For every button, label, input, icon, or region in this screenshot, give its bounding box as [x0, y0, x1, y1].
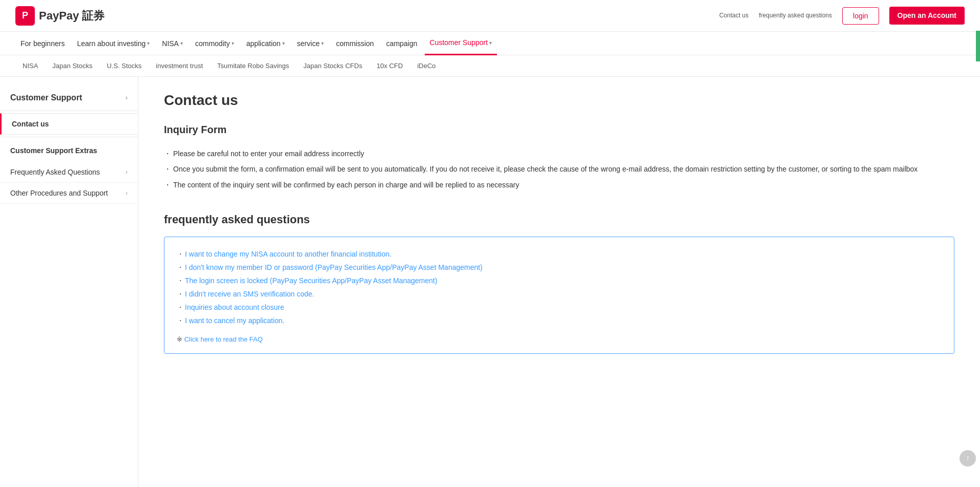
arrow-right-icon-faq: ›	[126, 168, 128, 176]
chevron-down-icon: ▾	[282, 40, 285, 46]
nav-label-customer-support: Customer Support	[430, 38, 488, 47]
bullet-item-1: Please be careful not to enter your emai…	[164, 146, 954, 161]
chevron-down-icon: ▾	[180, 40, 183, 46]
chevron-down-icon: ▾	[321, 40, 324, 46]
faq-item-1: I want to change my NISA account to anot…	[177, 247, 942, 261]
faq-item-3: The login screen is locked (PayPay Secur…	[177, 274, 942, 287]
sidebar-item-faq[interactable]: Frequently Asked Questions ›	[0, 162, 138, 183]
inquiry-bullet-list: Please be careful not to enter your emai…	[164, 146, 954, 193]
nav-label-commodity: commodity	[195, 39, 230, 48]
nav-label-application: application	[246, 39, 281, 48]
nav-label-service: service	[297, 39, 320, 48]
sidebar-main-label: Customer Support	[10, 93, 82, 102]
sidebar-divider-2	[0, 137, 138, 137]
inquiry-form-title: Inquiry Form	[164, 124, 954, 136]
open-account-button[interactable]: Open an Account	[889, 7, 965, 24]
content-wrapper: Customer Support › Contact us Customer S…	[0, 77, 980, 487]
header-faq-link[interactable]: frequently asked questions	[759, 12, 832, 20]
sub-nav: NISA Japan Stocks U.S. Stocks investment…	[0, 55, 980, 77]
sub-nav-japan-cfds[interactable]: Japan Stocks CFDs	[296, 55, 369, 77]
login-button[interactable]: login	[842, 7, 879, 25]
sidebar-section-label: Customer Support Extras	[10, 146, 97, 155]
logo-text: PayPay 証券	[39, 8, 105, 24]
faq-item-2: I don't know my member ID or password (P…	[177, 261, 942, 274]
sidebar-faq-label: Frequently Asked Questions	[10, 168, 100, 176]
sub-nav-10x-cfd[interactable]: 10x CFD	[369, 55, 410, 77]
scroll-hint-button[interactable]: ↑	[960, 450, 976, 467]
sidebar: Customer Support › Contact us Customer S…	[0, 77, 138, 487]
faq-box: I want to change my NISA account to anot…	[164, 237, 954, 354]
sub-nav-tsumitate[interactable]: Tsumitate Robo Savings	[210, 55, 296, 77]
nav-item-beginners[interactable]: For beginners	[15, 32, 70, 55]
arrow-right-icon: ›	[126, 94, 128, 101]
faq-link-2[interactable]: I don't know my member ID or password (P…	[185, 263, 483, 271]
nav-label-investing: Learn about investing	[77, 39, 145, 48]
faq-link-1[interactable]: I want to change my NISA account to anot…	[185, 250, 391, 258]
header-links: Contact us frequently asked questions	[719, 12, 832, 20]
page-title: Contact us	[164, 92, 954, 109]
sidebar-section-header: Customer Support Extras	[0, 139, 138, 162]
nav-item-campaign[interactable]: campaign	[381, 32, 423, 55]
nav-label-nisa: NISA	[162, 39, 179, 48]
nav-label-commission: commission	[336, 39, 374, 48]
header-contact-link[interactable]: Contact us	[719, 12, 748, 20]
sidebar-item-other[interactable]: Other Procedures and Support ›	[0, 183, 138, 204]
bullet-item-3: The content of the inquiry sent will be …	[164, 177, 954, 193]
sidebar-main-item[interactable]: Customer Support ›	[0, 87, 138, 109]
chevron-down-icon: ▾	[232, 40, 234, 46]
logo-icon: P	[15, 6, 35, 26]
nav-item-service[interactable]: service ▾	[292, 32, 329, 55]
sidebar-active-contact[interactable]: Contact us	[0, 113, 138, 135]
faq-read-link[interactable]: Click here to read the FAQ	[184, 335, 263, 343]
sub-nav-nisa[interactable]: NISA	[15, 55, 45, 77]
chevron-down-icon: ▾	[489, 40, 492, 46]
green-side-bar	[976, 31, 980, 61]
faq-link-4[interactable]: I didn't receive an SMS verification cod…	[185, 290, 314, 298]
faq-note: ※ Click here to read the FAQ	[177, 335, 942, 343]
faq-item-4: I didn't receive an SMS verification cod…	[177, 287, 942, 301]
sidebar-divider	[0, 111, 138, 111]
arrow-right-icon-other: ›	[126, 189, 128, 197]
sub-nav-ideco[interactable]: iDeCo	[410, 55, 443, 77]
nav-label-beginners: For beginners	[20, 39, 65, 48]
faq-link-6[interactable]: I want to cancel my application.	[185, 316, 285, 325]
faq-section-title: frequently asked questions	[164, 213, 954, 226]
sub-nav-investment-trust[interactable]: investment trust	[149, 55, 210, 77]
sub-nav-us-stocks[interactable]: U.S. Stocks	[99, 55, 149, 77]
bullet-item-2: Once you submit the form, a confirmation…	[164, 161, 954, 177]
sidebar-other-label: Other Procedures and Support	[10, 189, 108, 197]
header-right: Contact us frequently asked questions lo…	[719, 7, 965, 24]
faq-list: I want to change my NISA account to anot…	[177, 247, 942, 327]
nav-item-customer-support[interactable]: Customer Support ▾	[425, 32, 497, 55]
main-content: Contact us Inquiry Form Please be carefu…	[138, 77, 980, 487]
main-nav: For beginners Learn about investing ▾ NI…	[0, 32, 980, 55]
sub-nav-japan-stocks[interactable]: Japan Stocks	[45, 55, 99, 77]
faq-link-3[interactable]: The login screen is locked (PayPay Secur…	[185, 277, 437, 285]
logo-area: P PayPay 証券	[15, 6, 105, 26]
faq-item-5: Inquiries about account closure	[177, 301, 942, 314]
faq-item-6: I want to cancel my application.	[177, 314, 942, 327]
nav-item-commission[interactable]: commission	[331, 32, 379, 55]
faq-link-5[interactable]: Inquiries about account closure	[185, 303, 284, 311]
nav-item-application[interactable]: application ▾	[241, 32, 290, 55]
nav-item-commodity[interactable]: commodity ▾	[190, 32, 239, 55]
header: P PayPay 証券 Contact us frequently asked …	[0, 0, 980, 32]
nav-item-investing[interactable]: Learn about investing ▾	[72, 32, 155, 55]
nav-label-campaign: campaign	[386, 39, 418, 48]
chevron-down-icon: ▾	[147, 40, 150, 46]
nav-item-nisa[interactable]: NISA ▾	[157, 32, 188, 55]
